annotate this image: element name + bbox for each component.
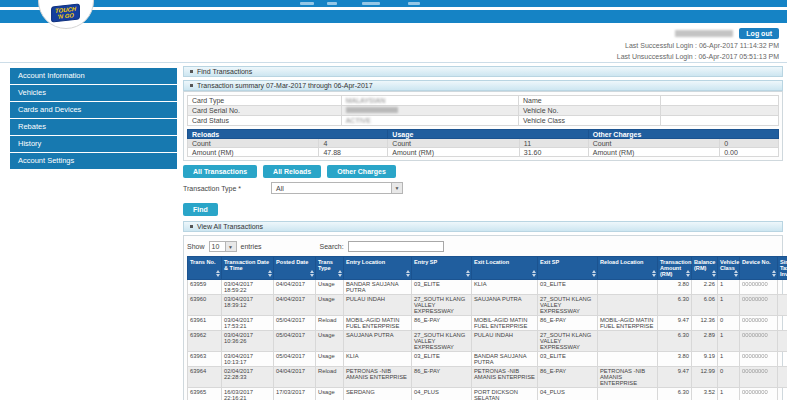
sort-up-icon [592, 270, 596, 273]
table-cell: PULAU INDAH [344, 295, 412, 316]
table-cell: 03_ELITE [538, 352, 598, 367]
sort-down-icon [686, 274, 690, 277]
column-header-entry-location[interactable]: Entry Location [344, 257, 412, 280]
sort-down-icon [734, 274, 738, 277]
field-label: Vehicle No. [518, 106, 660, 116]
transaction-type-row: Transaction Type * All ▼ [183, 182, 783, 194]
section-bullet-icon [190, 225, 193, 228]
top-nav-fragment [408, 2, 420, 5]
transactions-table: Trans No.Transaction Date & TimePosted D… [187, 256, 787, 400]
column-header-trans-no[interactable]: Trans No. [188, 257, 222, 280]
table-cell: 27_SOUTH KLANG VALLEY EXPRESSWAY [538, 331, 598, 352]
touch-n-go-logo[interactable]: TOUCH 'N GO [38, 0, 94, 29]
table-cell [778, 367, 787, 388]
sort-up-icon [686, 270, 690, 273]
find-transactions-header[interactable]: Find Transactions [183, 66, 783, 77]
table-cell: SERDANG [344, 388, 412, 400]
transaction-summary-header[interactable]: Transaction summary 07-Mar-2017 through … [183, 80, 783, 91]
all-reloads-button[interactable]: All Reloads [263, 165, 321, 178]
column-header-exit-sp[interactable]: Exit SP [538, 257, 598, 280]
field-value [341, 106, 518, 116]
column-header-entry-sp[interactable]: Entry SP [412, 257, 472, 280]
sort-up-icon [406, 270, 410, 273]
field-value: MALAYSIAN [341, 96, 518, 106]
amount-value: 47.88 [319, 148, 388, 157]
table-cell: 27_SOUTH KLANG VALLEY EXPRESSWAY [412, 331, 472, 352]
column-header-trans-type[interactable]: Trans Type [316, 257, 344, 280]
table-cell: 3.80 [658, 352, 692, 367]
sidebar-item-history[interactable]: History [10, 136, 177, 152]
sidebar-item-rebates[interactable]: Rebates [10, 119, 177, 135]
count-value: 4 [319, 139, 388, 148]
card-info-row: Card Serial No.Vehicle No. [188, 106, 779, 116]
table-cell [778, 352, 787, 367]
table-cell: 1 [718, 331, 740, 352]
find-button[interactable]: Find [183, 203, 218, 216]
column-header-balance-rm[interactable]: Balance (RM) [692, 257, 718, 280]
amount-label: Amount (RM) [588, 148, 719, 157]
logout-button[interactable]: Log out [739, 28, 779, 39]
table-cell: 05/04/2017 [274, 352, 316, 367]
sidebar-item-account-settings[interactable]: Account Settings [10, 153, 177, 169]
transaction-type-select[interactable]: All ▼ [271, 182, 403, 194]
table-cell: 2.26 [692, 280, 718, 295]
table-cell [598, 331, 658, 352]
column-header-posted-date[interactable]: Posted Date [274, 257, 316, 280]
sort-down-icon [772, 274, 776, 277]
table-cell: 1 [718, 352, 740, 367]
table-cell: PORT DICKSON SELATAN [472, 388, 538, 400]
table-cell: 86_E-PAY [538, 316, 598, 331]
column-header-vehicle-class[interactable]: Vehicle Class [718, 257, 740, 280]
table-cell: 03_ELITE [412, 352, 472, 367]
transaction-summary-title: Transaction summary 07-Mar-2017 through … [197, 82, 373, 89]
find-transactions-title: Find Transactions [197, 68, 252, 75]
table-cell: 86_E-PAY [412, 367, 472, 388]
table-cell: 00000000 [740, 280, 778, 295]
main-content: Find Transactions Transaction summary 07… [183, 66, 783, 400]
transaction-summary-panel: Card TypeMALAYSIANNameCard Serial No.Veh… [183, 91, 783, 161]
column-header-transaction-date-time[interactable]: Transaction Date & Time [222, 257, 274, 280]
other-charges-button[interactable]: Other Charges [327, 165, 396, 178]
sidebar-item-vehicles[interactable]: Vehicles [10, 85, 177, 101]
top-nav-fragment [300, 2, 314, 5]
table-cell: 00000000 [740, 331, 778, 352]
table-cell: 0 [718, 367, 740, 388]
card-info-table: Card TypeMALAYSIANNameCard Serial No.Veh… [187, 95, 779, 126]
column-header-reload-location[interactable]: Reload Location [598, 257, 658, 280]
table-cell: PETRONAS -NIB AMANIS ENTERPRISE [598, 367, 658, 388]
page: TOUCH 'N GO Log out Last Successful Logi… [0, 0, 787, 400]
table-cell [598, 280, 658, 295]
search-input[interactable] [348, 241, 444, 252]
table-cell [598, 295, 658, 316]
table-row: 6396103/04/2017 17:53:2105/04/2017Reload… [188, 316, 787, 331]
section-bullet-icon [190, 84, 193, 87]
sidebar-item-cards-and-devices[interactable]: Cards and Devices [10, 102, 177, 118]
column-header-device-no[interactable]: Device No. [740, 257, 778, 280]
table-cell [778, 331, 787, 352]
table-row: 6396516/03/2017 22:16:2117/03/2017UsageS… [188, 388, 787, 400]
table-cell: 63964 [188, 367, 222, 388]
column-header-simplified-tax-invoice[interactable]: Simplified Tax Invoice [778, 257, 787, 280]
page-size-select[interactable]: 10 ▼ [209, 241, 237, 252]
count-value: 11 [519, 139, 588, 148]
count-label: Count [188, 139, 319, 148]
table-cell: Usage [316, 388, 344, 400]
transactions-panel: Show 10 ▼ entries Search: Tran [183, 235, 783, 400]
sidebar-item-account-information[interactable]: Account Information [10, 68, 177, 84]
column-header-transaction-amount-rm[interactable]: Transaction Amount (RM) [658, 257, 692, 280]
table-cell [778, 295, 787, 316]
view-all-transactions-header[interactable]: View All Transactions [183, 221, 783, 232]
top-nav-fragment [362, 2, 380, 5]
username-redacted [675, 30, 733, 37]
count-value: 0 [720, 139, 779, 148]
table-cell: 03/04/2017 18:59:22 [222, 280, 274, 295]
sort-icon [466, 270, 470, 277]
sort-up-icon [532, 270, 536, 273]
all-transactions-button[interactable]: All Transactions [183, 165, 257, 178]
table-cell: 9.19 [692, 352, 718, 367]
field-value [660, 106, 778, 116]
column-header-exit-location[interactable]: Exit Location [472, 257, 538, 280]
sort-up-icon [652, 270, 656, 273]
table-cell: PETRONAS -NIB AMANIS ENTERPRISE [344, 367, 412, 388]
table-cell: Reload [316, 367, 344, 388]
